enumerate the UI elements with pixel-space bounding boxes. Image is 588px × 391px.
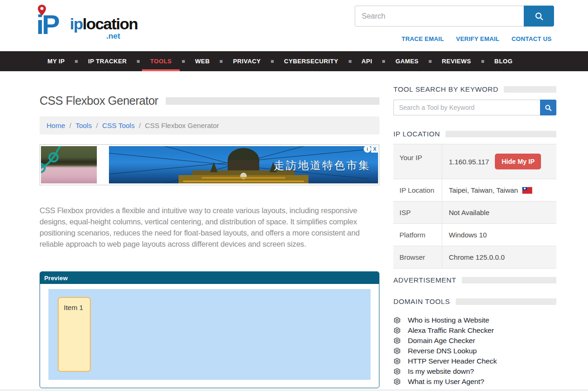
ip-location-heading: IP LOCATION (393, 130, 556, 138)
tool-link-label: Who is Hosting a Website (408, 316, 489, 324)
gear-icon (393, 317, 401, 324)
site-header: iP iplocation .net TRACE EMAIL VERIFY EM… (0, 0, 588, 51)
table-row-your-ip: Your IP 1.160.95.117 Hide My IP (393, 144, 556, 179)
trace-email-link[interactable]: TRACE EMAIL (402, 35, 444, 42)
page-title: CSS Flexbox Generator (40, 94, 158, 108)
ad-choice-badges: i X (364, 145, 378, 153)
ad-doodle-graphic (41, 146, 97, 183)
heading-decorative-bar (504, 86, 556, 93)
verify-email-link[interactable]: VERIFY EMAIL (456, 35, 500, 42)
advertisement-heading: ADVERTISEMENT (393, 276, 556, 284)
nav-separator (220, 60, 223, 63)
row-label: Platform (393, 224, 442, 246)
tool-link-reverse-dns[interactable]: Reverse DNS Lookup (393, 346, 556, 356)
tool-link-label: HTTP Server Header Check (408, 357, 497, 365)
gear-icon (393, 327, 401, 334)
tool-link-label: Alexa Traffic Rank Checker (408, 326, 494, 335)
nav-item-tools[interactable]: TOOLS (142, 51, 180, 71)
tool-link-label: Domain Age Checker (408, 337, 475, 345)
tool-link-website-down[interactable]: Is my website down? (393, 366, 556, 377)
your-ip-value: 1.160.95.117 (449, 158, 489, 166)
breadcrumb-current: CSS Flexbox Generator (145, 121, 219, 129)
ad-info-icon[interactable]: i (364, 145, 371, 153)
tool-link-domain-age[interactable]: Domain Age Checker (393, 336, 556, 346)
heading-decorative-bar (456, 298, 556, 305)
tool-link-alexa-rank[interactable]: Alexa Traffic Rank Checker (393, 325, 556, 336)
flexbox-container: Item 1 (48, 289, 371, 380)
hide-my-ip-button[interactable]: Hide My IP (495, 154, 541, 169)
row-label: IP Location (393, 179, 442, 201)
nav-item-cybersecurity[interactable]: CYBERSECURITY (276, 51, 346, 71)
ad-main-image: 走訪地道特色市集 (109, 146, 378, 183)
nav-item-api[interactable]: API (354, 51, 380, 71)
page-title-block: CSS Flexbox Generator (40, 94, 379, 108)
row-label: Your IP (393, 144, 442, 179)
tool-link-http-header[interactable]: HTTP Server Header Check (393, 356, 556, 366)
nav-item-reviews[interactable]: REVIEWS (434, 51, 479, 71)
gear-icon (393, 347, 401, 355)
row-value: Windows 10 (442, 224, 556, 246)
logo-monogram: iP (36, 11, 58, 38)
gear-icon (393, 368, 401, 375)
ad-banner[interactable]: 走訪地道特色市集 i X (40, 144, 379, 185)
ad-overlay-text: 走訪地道特色市集 (274, 158, 371, 173)
nav-separator (271, 60, 274, 63)
tool-link-user-agent[interactable]: What is my User Agent? (393, 377, 556, 387)
contact-us-link[interactable]: CONTACT US (512, 35, 552, 42)
breadcrumb-home[interactable]: Home (47, 121, 65, 129)
search-icon (534, 11, 544, 21)
preview-panel-header: Preview (40, 272, 379, 284)
gear-icon (393, 378, 401, 385)
tool-link-label: Is my website down? (408, 367, 474, 376)
domain-tools-list: Who is Hosting a Website Alexa Traffic R… (393, 315, 556, 387)
nav-separator (137, 60, 140, 63)
ad-close-icon[interactable]: X (371, 145, 378, 153)
tool-link-who-is-hosting[interactable]: Who is Hosting a Website (393, 315, 556, 325)
flexbox-item-1: Item 1 (58, 297, 91, 372)
nav-item-web[interactable]: WEB (187, 51, 218, 71)
search-icon (544, 104, 552, 112)
nav-separator (75, 60, 78, 63)
taiwan-flag-icon (522, 187, 532, 194)
sidebar: TOOL SEARCH BY KEYWORD IP LOCATION Your … (393, 85, 556, 93)
row-label: ISP (393, 202, 442, 223)
nav-item-games[interactable]: GAMES (387, 51, 426, 71)
nav-item-ip-tracker[interactable]: IP TRACKER (80, 51, 135, 71)
site-logo[interactable]: iP iplocation .net (36, 4, 148, 44)
ad-left-image (41, 146, 97, 183)
logo-wordmark: iplocation (70, 15, 138, 33)
row-label: Browser (393, 246, 442, 268)
header-search (355, 6, 554, 27)
preview-panel: Preview Item 1 (40, 271, 379, 388)
title-decorative-bar (166, 97, 379, 105)
tool-search-heading-text: TOOL SEARCH BY KEYWORD (393, 85, 498, 93)
row-value: Taipei, Taiwan, Taiwan (442, 179, 556, 201)
table-row-ip-location: IP Location Taipei, Taiwan, Taiwan (393, 179, 556, 202)
row-value: Chrome 125.0.0.0 (442, 246, 556, 268)
nav-item-blog[interactable]: BLOG (487, 51, 520, 71)
nav-separator (382, 60, 385, 63)
breadcrumb-tools[interactable]: Tools (75, 121, 92, 129)
breadcrumb-separator: / (96, 121, 98, 129)
advertisement-heading-text: ADVERTISEMENT (393, 276, 456, 284)
table-row-isp: ISP Not Available (393, 202, 556, 224)
domain-tools-heading-text: DOMAIN TOOLS (393, 297, 450, 305)
nav-separator (429, 60, 432, 63)
header-search-button[interactable] (524, 6, 554, 27)
table-row-platform: Platform Windows 10 (393, 224, 556, 246)
tool-link-label: What is my User Agent? (408, 378, 484, 386)
breadcrumb: Home / Tools / CSS Tools / CSS Flexbox G… (40, 116, 379, 135)
nav-separator (349, 60, 351, 63)
header-links: TRACE EMAIL VERIFY EMAIL CONTACT US (402, 35, 552, 42)
breadcrumb-css-tools[interactable]: CSS Tools (102, 121, 135, 129)
tool-search-button[interactable] (540, 100, 556, 115)
nav-item-privacy[interactable]: PRIVACY (225, 51, 269, 71)
nav-item-my-ip[interactable]: MY IP (40, 51, 73, 71)
table-row-browser: Browser Chrome 125.0.0.0 (393, 246, 556, 269)
tool-description: CSS Flexbox provides a flexible and intu… (40, 205, 376, 249)
page-bottom-strip (0, 389, 588, 391)
header-search-input[interactable] (355, 6, 524, 27)
row-value: Not Available (442, 202, 556, 223)
tool-search-input[interactable] (393, 100, 540, 115)
ip-info-table: Your IP 1.160.95.117 Hide My IP IP Locat… (393, 144, 556, 269)
